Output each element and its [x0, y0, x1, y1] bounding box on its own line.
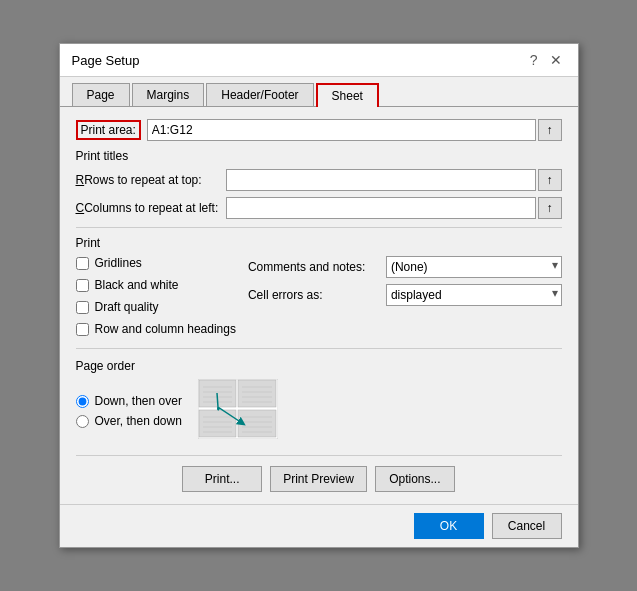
svg-rect-4 [238, 410, 276, 437]
rows-repeat-label: RRows to repeat at top: [76, 173, 226, 187]
cols-repeat-row: CColumns to repeat at left: ↑ [76, 197, 562, 219]
rows-repeat-row: RRows to repeat at top: ↑ [76, 169, 562, 191]
draft-quality-label[interactable]: Draft quality [95, 300, 159, 314]
tabs-bar: Page Margins Header/Footer Sheet [60, 77, 578, 107]
comments-row: Comments and notes: (None) At end of she… [248, 256, 562, 278]
row-col-headings-checkbox[interactable] [76, 323, 89, 336]
page-order-container: Down, then over Over, then down [76, 379, 562, 439]
down-then-over-label[interactable]: Down, then over [95, 394, 182, 408]
black-white-label[interactable]: Black and white [95, 278, 179, 292]
print-section-label: Print [76, 236, 562, 250]
title-bar-controls: ? ✕ [526, 52, 566, 68]
down-then-over-row: Down, then over [76, 394, 182, 408]
help-icon[interactable]: ? [526, 52, 542, 68]
down-then-over-radio[interactable] [76, 395, 89, 408]
cols-repeat-label: CColumns to repeat at left: [76, 201, 226, 215]
cell-errors-select[interactable]: displayed <blank> -- #N/A [386, 284, 562, 306]
title-bar: Page Setup ? ✕ [60, 44, 578, 77]
row-col-headings-label[interactable]: Row and column headings [95, 322, 236, 336]
over-then-down-radio[interactable] [76, 415, 89, 428]
dialog-title: Page Setup [72, 53, 140, 68]
action-buttons-row: Print... Print Preview Options... [76, 455, 562, 492]
comments-label: Comments and notes: [248, 260, 378, 274]
svg-rect-3 [199, 410, 236, 437]
print-area-label: Print area: [76, 120, 141, 140]
ok-button[interactable]: OK [414, 513, 484, 539]
bottom-buttons-row: OK Cancel [60, 504, 578, 547]
draft-quality-checkbox[interactable] [76, 301, 89, 314]
cell-errors-label: Cell errors as: [248, 288, 378, 302]
cell-errors-select-wrapper: displayed <blank> -- #N/A [386, 284, 562, 306]
print-button[interactable]: Print... [182, 466, 262, 492]
page-order-radios: Down, then over Over, then down [76, 394, 182, 428]
print-section: Gridlines Black and white Draft quality … [76, 256, 562, 340]
svg-rect-2 [238, 380, 276, 407]
cell-errors-row: Cell errors as: displayed <blank> -- #N/… [248, 284, 562, 306]
print-area-collapse-button[interactable]: ↑ [538, 119, 562, 141]
dialog-content: Print area: ↑ Print titles RRows to repe… [60, 107, 578, 504]
rows-repeat-input[interactable] [226, 169, 536, 191]
comments-select[interactable]: (None) At end of sheet As displayed on s… [386, 256, 562, 278]
comments-select-wrapper: (None) At end of sheet As displayed on s… [386, 256, 562, 278]
print-checkboxes: Gridlines Black and white Draft quality … [76, 256, 236, 340]
over-then-down-label[interactable]: Over, then down [95, 414, 182, 428]
page-order-section: Page order Down, then over Over, then do… [76, 359, 562, 439]
row-col-headings-row: Row and column headings [76, 322, 236, 336]
over-then-down-row: Over, then down [76, 414, 182, 428]
draft-quality-row: Draft quality [76, 300, 236, 314]
options-button[interactable]: Options... [375, 466, 455, 492]
black-white-checkbox[interactable] [76, 279, 89, 292]
gridlines-label[interactable]: Gridlines [95, 256, 142, 270]
black-white-row: Black and white [76, 278, 236, 292]
close-icon[interactable]: ✕ [546, 52, 566, 68]
rows-repeat-collapse-button[interactable]: ↑ [538, 169, 562, 191]
cols-repeat-input[interactable] [226, 197, 536, 219]
print-area-row: Print area: ↑ [76, 119, 562, 141]
page-order-label: Page order [76, 359, 562, 373]
print-area-input[interactable] [147, 119, 536, 141]
tab-header-footer[interactable]: Header/Footer [206, 83, 313, 106]
print-titles-label: Print titles [76, 149, 562, 163]
cancel-button[interactable]: Cancel [492, 513, 562, 539]
gridlines-row: Gridlines [76, 256, 236, 270]
tab-margins[interactable]: Margins [132, 83, 205, 106]
page-setup-dialog: Page Setup ? ✕ Page Margins Header/Foote… [59, 43, 579, 548]
tab-sheet[interactable]: Sheet [316, 83, 379, 107]
print-dropdowns: Comments and notes: (None) At end of she… [248, 256, 562, 340]
page-order-diagram [198, 379, 278, 439]
tab-page[interactable]: Page [72, 83, 130, 106]
gridlines-checkbox[interactable] [76, 257, 89, 270]
print-preview-button[interactable]: Print Preview [270, 466, 367, 492]
cols-repeat-collapse-button[interactable]: ↑ [538, 197, 562, 219]
